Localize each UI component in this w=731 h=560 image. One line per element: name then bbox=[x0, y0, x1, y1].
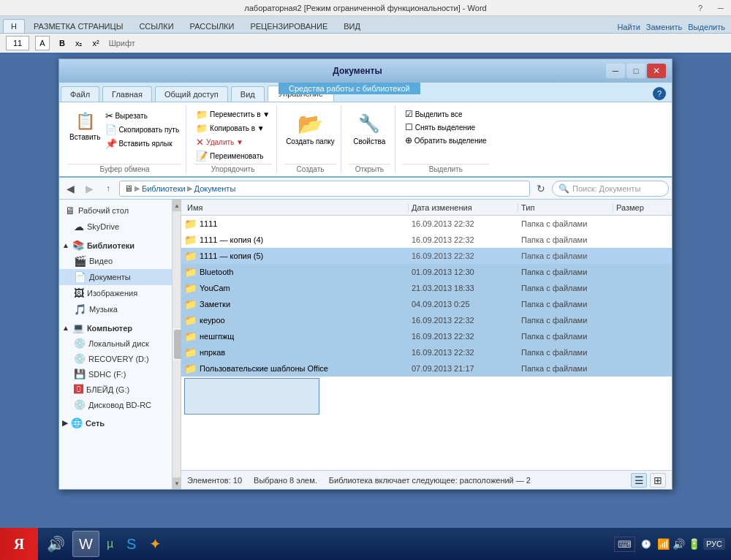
forward-btn[interactable]: ▶ bbox=[81, 181, 97, 197]
restore-btn[interactable]: □ bbox=[626, 64, 645, 78]
lang-indicator[interactable]: РУС bbox=[703, 538, 725, 550]
tab-share[interactable]: Общий доступ bbox=[155, 86, 228, 102]
tab-file[interactable]: Файл bbox=[61, 86, 99, 102]
tab-home[interactable]: Главная bbox=[102, 86, 152, 102]
sidebar-item-skydrive[interactable]: ☁ SkyDrive bbox=[59, 219, 172, 235]
sidebar-item-blade[interactable]: 🅾 БЛЕЙД (G:) bbox=[59, 382, 172, 397]
taskbar-item-skype[interactable]: S bbox=[121, 531, 142, 557]
sidebar-item-video[interactable]: 🎬 Видео bbox=[59, 253, 172, 269]
help-btn[interactable]: ? bbox=[690, 0, 711, 16]
word-tab-layout[interactable]: РАЗМЕТКА СТРАНИЦЫ bbox=[26, 20, 130, 33]
explorer-titlebar: Документы ─ □ ✕ bbox=[59, 59, 672, 83]
sub-btn[interactable]: x₂ bbox=[72, 37, 86, 50]
word-tab-links[interactable]: ССЫЛКИ bbox=[132, 20, 181, 33]
col-size-header[interactable]: Размер bbox=[613, 203, 672, 212]
bold-btn[interactable]: B bbox=[56, 37, 69, 49]
open-group: 🔧 Свойства Открыть bbox=[344, 105, 395, 173]
sidebar-item-recovery[interactable]: 💿 RECOVERY (D:) bbox=[59, 351, 172, 366]
tab-view[interactable]: Вид bbox=[231, 86, 265, 102]
table-row[interactable]: 📁 нешгпжщ 16.09.2013 22:32 Папка с файла… bbox=[181, 328, 672, 344]
replace-btn[interactable]: Заменить bbox=[646, 23, 682, 31]
sidebar-item-sdhc[interactable]: 💾 SDHC (F:) bbox=[59, 366, 172, 382]
taskbar-item-volume[interactable]: 🔊 bbox=[41, 531, 71, 557]
sidebar-item-local-disk[interactable]: 💿 Локальный диск bbox=[59, 336, 172, 351]
table-row[interactable]: 📁 кеурoo 16.09.2013 22:32 Папка с файлам… bbox=[181, 312, 672, 328]
invert-selection-btn[interactable]: ⊕ Обратить выделение bbox=[403, 135, 489, 146]
word-tab-review[interactable]: РЕЦЕНЗИРОВАНИЕ bbox=[243, 20, 335, 33]
up-btn[interactable]: ↑ bbox=[100, 181, 116, 197]
font-name-select[interactable]: A bbox=[35, 36, 50, 50]
taskbar-item-utorrent[interactable]: µ bbox=[101, 531, 119, 557]
table-row[interactable]: 📁 1111 — копия (5) 16.09.2013 22:32 Папк… bbox=[181, 248, 672, 264]
item-count: Элементов: 10 bbox=[187, 476, 242, 485]
table-row[interactable]: 📁 Bluetooth 01.09.2013 12:30 Папка с фай… bbox=[181, 264, 672, 280]
sdhc-icon: 💾 bbox=[74, 368, 86, 379]
close-btn[interactable]: ✕ bbox=[647, 64, 666, 78]
back-btn[interactable]: ◀ bbox=[62, 181, 78, 197]
cut-btn[interactable]: ✂ Вырезать bbox=[103, 110, 181, 122]
video-icon: 🎬 bbox=[74, 255, 86, 267]
address-path[interactable]: 🖥 ▶ Библиотеки ▶ Документы bbox=[119, 181, 530, 197]
copy-to-btn[interactable]: 📁 Копировать в ▼ bbox=[194, 122, 272, 135]
details-view-btn[interactable]: ☰ bbox=[631, 473, 647, 488]
time-display[interactable]: 🕐 bbox=[638, 538, 654, 550]
col-type-header[interactable]: Тип bbox=[518, 203, 613, 212]
col-date-header[interactable]: Дата изменения bbox=[409, 203, 518, 212]
help-icon[interactable]: ? bbox=[653, 87, 666, 100]
col-name-header[interactable]: Имя bbox=[181, 203, 409, 212]
select-btn[interactable]: Выделить bbox=[688, 23, 725, 31]
sidebar-item-images[interactable]: 🖼 Изображения bbox=[59, 285, 172, 301]
taskbar-item-word[interactable]: W bbox=[72, 531, 99, 557]
table-row[interactable]: 📁 1111 — копия (4) 16.09.2013 22:32 Папк… bbox=[181, 232, 672, 248]
find-btn[interactable]: Найти bbox=[617, 23, 640, 31]
table-row[interactable]: 📁 Заметки 04.09.2013 0:25 Папка с файлам… bbox=[181, 296, 672, 312]
sup-btn[interactable]: x² bbox=[88, 37, 102, 49]
volume-tray-icon[interactable]: 🔊 bbox=[673, 538, 685, 550]
sidebar-header-network[interactable]: ▶ 🌐 Сеть bbox=[59, 415, 172, 431]
word-tab-view[interactable]: ВИД bbox=[336, 20, 368, 33]
sidebar-scrollbar[interactable]: ▲ ▼ bbox=[173, 200, 181, 489]
paste-shortcut-btn[interactable]: 📌 Вставить ярлык bbox=[103, 137, 181, 150]
table-row[interactable]: 📁 YouCam 21.03.2013 18:33 Папка с файлам… bbox=[181, 280, 672, 296]
minimize-btn[interactable]: ─ bbox=[606, 64, 625, 78]
path-icon: 🖥 bbox=[124, 183, 133, 194]
table-row[interactable]: 📁 1111 16.09.2013 22:32 Папка с файлами bbox=[181, 216, 672, 232]
paste-btn[interactable]: 📋 Вставить bbox=[68, 108, 102, 143]
sidebar-header-libraries[interactable]: ▲ 📚 Библиотеки bbox=[59, 238, 172, 253]
search-box[interactable]: 🔍 Поиск: Документы bbox=[552, 181, 669, 197]
font-size-select[interactable]: 11 bbox=[6, 36, 29, 50]
network-tray-icon[interactable]: 📶 bbox=[657, 538, 670, 550]
properties-btn[interactable]: 🔧 Свойства bbox=[352, 108, 387, 147]
minimize-word-btn[interactable]: ─ bbox=[711, 0, 731, 16]
word-title: лабораторная2 [Режим ограниченной функци… bbox=[244, 4, 486, 12]
sidebar-item-docs[interactable]: 📄 Документы bbox=[59, 269, 172, 285]
taskbar-item-app[interactable]: ✦ bbox=[143, 531, 167, 557]
recovery-icon: 💿 bbox=[74, 353, 86, 364]
delete-btn[interactable]: ✕ Удалить ▼ bbox=[194, 136, 272, 148]
select-all-btn[interactable]: ☑ Выделить все bbox=[403, 108, 489, 120]
file-date-cell: 16.09.2013 22:32 bbox=[409, 316, 518, 325]
clipboard-label: Буфер обмена bbox=[68, 164, 181, 173]
word-tab-mailings[interactable]: РАССЫЛКИ bbox=[183, 20, 242, 33]
sidebar-item-music[interactable]: 🎵 Музыка bbox=[59, 301, 172, 317]
sidebar-item-desktop[interactable]: 🖥 Рабочий стол bbox=[59, 203, 172, 219]
path-arrow: ▶ bbox=[135, 184, 140, 192]
battery-tray-icon[interactable]: 🔋 bbox=[688, 538, 700, 550]
new-folder-btn[interactable]: 📂 Создать папку bbox=[284, 108, 336, 147]
table-row[interactable]: 📁 нпркав 16.09.2013 22:32 Папка с файлам… bbox=[181, 344, 672, 360]
rename-btn[interactable]: 📝 Переименовать bbox=[194, 150, 272, 162]
sidebar-header-computer[interactable]: ▲ 💻 Компьютер bbox=[59, 320, 172, 336]
copy-path-btn[interactable]: 📄 Скопировать путь bbox=[103, 124, 181, 136]
tiles-view-btn[interactable]: ⊞ bbox=[650, 473, 666, 488]
move-to-btn[interactable]: 📁 Переместить в ▼ bbox=[194, 108, 272, 121]
word-tab-n[interactable]: Н bbox=[3, 19, 25, 33]
keyboard-icon[interactable]: ⌨ bbox=[614, 537, 635, 552]
start-button[interactable]: Я bbox=[0, 528, 38, 560]
sidebar-item-dvd[interactable]: 💿 Дисковод BD-RC bbox=[59, 397, 172, 412]
clear-selection-btn[interactable]: ☐ Снять выделение bbox=[403, 121, 489, 133]
refresh-btn[interactable]: ↻ bbox=[533, 181, 549, 197]
path-libraries[interactable]: Библиотеки bbox=[142, 184, 186, 193]
status-bar: Элементов: 10 Выбрано 8 элем. Библиотека… bbox=[181, 470, 672, 489]
path-docs[interactable]: Документы bbox=[194, 184, 236, 193]
table-row[interactable]: 📁 Пользовательские шаблоны Office 07.09.… bbox=[181, 360, 672, 377]
